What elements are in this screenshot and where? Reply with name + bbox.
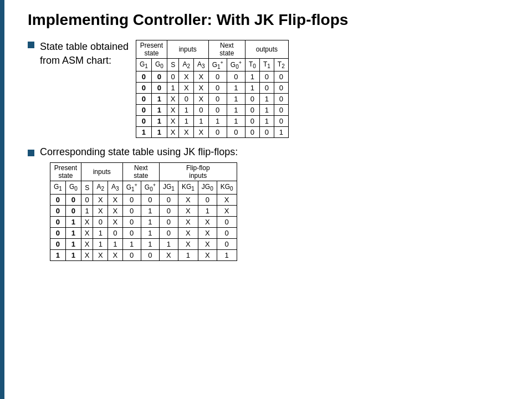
table-cell: 0 [259, 71, 274, 83]
table-cell: 1 [217, 249, 237, 260]
table-cell: X [81, 238, 93, 249]
table-cell: X [178, 216, 198, 227]
table-cell: X [167, 116, 179, 127]
table-cell: X [217, 194, 237, 205]
table-cell: 1 [159, 238, 178, 249]
t2-ch-g1: G1 [50, 181, 66, 194]
table-cell: X [178, 238, 198, 249]
table-cell: 0 [159, 194, 178, 205]
table-cell: 0 [136, 71, 152, 83]
table-cell: 0 [208, 94, 227, 105]
table-cell: 1 [259, 105, 274, 116]
t1-ch-s: S [167, 59, 179, 71]
page-title: Implementing Controller: With JK Flip-fl… [22, 11, 510, 29]
t1-ch-t1: T1 [259, 59, 274, 71]
bullet1-container: State table obtained from ASM chart: [28, 40, 125, 68]
table-cell: 1 [227, 105, 245, 116]
t1-gh-inputs: inputs [167, 40, 208, 59]
table-cell: X [178, 205, 198, 216]
t1-ch-a3: A3 [194, 59, 209, 71]
table-cell: 0 [93, 216, 108, 227]
table-cell: 0 [136, 83, 152, 94]
page: Implementing Controller: With JK Flip-fl… [0, 0, 532, 399]
table-cell: 0 [159, 227, 178, 238]
table-row: 01X11111XX0 [50, 238, 237, 249]
table-cell: 0 [159, 205, 178, 216]
table-cell: 0 [65, 205, 81, 216]
table-cell: 0 [198, 194, 217, 205]
table-cell: 0 [245, 116, 259, 127]
table-cell: 0 [274, 94, 288, 105]
table1-container: Presentstate inputs Nextstate outputs G1… [136, 40, 289, 138]
table2: Presentstate inputs Nextstate Flip-flopi… [50, 162, 237, 260]
table-cell: X [179, 71, 194, 83]
table-cell: 0 [245, 127, 259, 138]
t1-gh-present: Presentstate [136, 40, 167, 59]
t2-ch-a3: A3 [108, 181, 123, 194]
table-cell: 1 [81, 205, 93, 216]
table-cell: X [217, 205, 237, 216]
table2-group-header-row: Presentstate inputs Nextstate Flip-flopi… [50, 163, 237, 181]
table-cell: X [167, 127, 179, 138]
table-cell: 1 [136, 127, 152, 138]
table-cell: X [167, 105, 179, 116]
t2-gh-ff: Flip-flopinputs [159, 163, 237, 181]
table-cell: 0 [208, 83, 227, 94]
table-cell: 0 [167, 71, 179, 83]
table-cell: 1 [93, 227, 108, 238]
table-cell: 1 [274, 127, 288, 138]
table-cell: X [108, 194, 123, 205]
table-cell: 1 [245, 83, 259, 94]
table-cell: X [198, 249, 217, 260]
t1-gh-next: Nextstate [208, 40, 245, 59]
table-cell: X [198, 227, 217, 238]
table-cell: X [108, 205, 123, 216]
table-cell: 0 [274, 83, 288, 94]
table-cell: 1 [179, 116, 194, 127]
t1-ch-t0: T0 [245, 59, 259, 71]
table-cell: 0 [245, 105, 259, 116]
table-cell: X [179, 127, 194, 138]
table-cell: 1 [65, 216, 81, 227]
table-cell: 0 [141, 249, 159, 260]
t2-ch-a2: A2 [93, 181, 108, 194]
bullet2-text: Corresponding state table using JK flip-… [40, 146, 238, 158]
table-cell: 0 [259, 83, 274, 94]
table-cell: 1 [141, 216, 159, 227]
table-cell: X [178, 194, 198, 205]
table-row: 01X1111010 [136, 116, 289, 127]
table-cell: 1 [93, 238, 108, 249]
table-cell: X [194, 71, 209, 83]
section2: Corresponding state table using JK flip-… [22, 146, 510, 260]
table-cell: 0 [65, 194, 81, 205]
table-cell: 1 [141, 205, 159, 216]
table-cell: 0 [274, 116, 288, 127]
t1-ch-g1: G1 [136, 59, 152, 71]
table-cell: 1 [198, 205, 217, 216]
t1-ch-g0: G0 [151, 59, 167, 71]
t2-gh-inputs: inputs [81, 163, 122, 181]
table-cell: 0 [217, 216, 237, 227]
table-cell: 1 [179, 105, 194, 116]
table-cell: 1 [108, 238, 123, 249]
table-row: 01X0X010XX0 [50, 216, 237, 227]
table-cell: 1 [151, 116, 167, 127]
table-cell: X [81, 249, 93, 260]
table-cell: 0 [208, 105, 227, 116]
table-cell: 1 [178, 249, 198, 260]
table-cell: X [194, 83, 209, 94]
table1: Presentstate inputs Nextstate outputs G1… [136, 40, 289, 138]
table-cell: 1 [141, 227, 159, 238]
table2-wrapper: Presentstate inputs Nextstate Flip-flopi… [22, 162, 510, 260]
bullet1-icon [28, 42, 34, 48]
table2-col-header-row: G1 G0 S A2 A3 G1+ G0+ JG1 KG1 JG0 KG0 [50, 181, 237, 194]
table-cell: 1 [65, 227, 81, 238]
t1-gh-outputs: outputs [245, 40, 288, 59]
table-row: 001XX010X1X [50, 205, 237, 216]
table-cell: 1 [227, 94, 245, 105]
table-row: 01X10010XX0 [50, 227, 237, 238]
section1: State table obtained from ASM chart: Pre… [22, 40, 510, 138]
t1-ch-t2: T2 [274, 59, 288, 71]
table-cell: 0 [50, 227, 66, 238]
t2-ch-g0: G0 [65, 181, 81, 194]
